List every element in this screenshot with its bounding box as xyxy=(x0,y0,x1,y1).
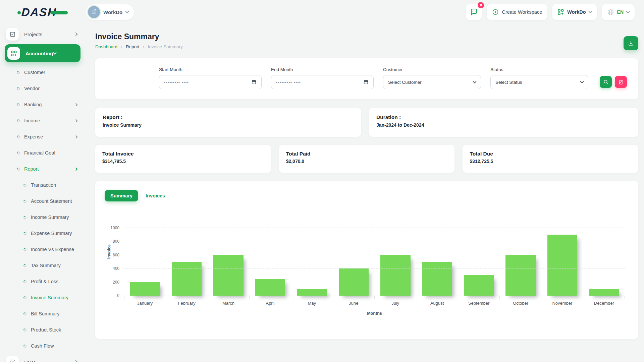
sidebar-item-tax-summary[interactable]: Tax Summary xyxy=(6,257,82,274)
bullet-icon xyxy=(16,151,20,155)
bar-september[interactable] xyxy=(464,275,494,296)
sidebar-item-banking[interactable]: Banking xyxy=(6,97,82,113)
duration-label: Duration : xyxy=(376,114,631,120)
sidebar-item-income-summary[interactable]: Income Summary xyxy=(6,209,82,225)
hrm-icon xyxy=(6,356,19,362)
sidebar-item-expense-summary[interactable]: Expense Summary xyxy=(6,225,82,241)
sidebar-item-label: Bill Summary xyxy=(31,311,59,316)
x-tick xyxy=(375,296,416,299)
page-title: Invoice Summary xyxy=(95,32,183,41)
breadcrumb-dashboard[interactable]: Dashboard xyxy=(95,44,117,49)
clear-filter-icon xyxy=(618,79,624,85)
topbar: DASH WorkDo 0 Create Workspace WorkDo EN xyxy=(0,0,644,24)
total-invoice-label: Total Invoice xyxy=(102,151,264,157)
x-label-may: May xyxy=(291,301,333,306)
bar-february[interactable] xyxy=(172,262,202,296)
sidebar-item-vendor[interactable]: Vendor xyxy=(6,80,82,97)
gridline-800 xyxy=(124,241,625,241)
x-tick xyxy=(291,296,333,299)
sidebar-item-financial-goal[interactable]: Financial Goal xyxy=(6,145,82,161)
plus-circle-icon xyxy=(492,9,499,15)
bar-march[interactable] xyxy=(213,255,244,296)
sidebar-item-label: HRM xyxy=(24,359,36,362)
sidebar-item-customer[interactable]: Customer xyxy=(6,64,82,80)
download-button[interactable] xyxy=(624,36,638,50)
gridline-200 xyxy=(124,282,625,282)
end-month-label: End Month xyxy=(271,67,374,72)
duration-value: Jan-2024 to Dec-2024 xyxy=(376,122,631,128)
bar-slot xyxy=(249,228,291,296)
sidebar-item-cash-flow[interactable]: Cash Flow xyxy=(6,338,82,354)
y-axis-title: Invoice xyxy=(107,244,111,259)
bar-january[interactable] xyxy=(130,282,160,296)
start-month-input[interactable]: --------- ---- xyxy=(159,75,262,89)
x-label-january: January xyxy=(124,301,166,306)
bar-october[interactable] xyxy=(505,255,536,296)
sidebar-item-label: Accounting xyxy=(25,51,53,56)
x-label-september: September xyxy=(458,301,499,306)
end-month-input[interactable]: --------- ---- xyxy=(271,75,374,89)
sidebar-item-label: Transaction xyxy=(31,182,56,188)
sidebar-item-label: Expense xyxy=(24,134,43,139)
bar-may[interactable] xyxy=(297,289,327,296)
sidebar-item-income-vs-expense[interactable]: Income Vs Expense xyxy=(6,241,82,257)
tab-invoices[interactable]: Invoices xyxy=(142,190,169,201)
bar-july[interactable] xyxy=(380,255,411,296)
chevron-right-icon xyxy=(74,167,78,171)
sidebar-item-expense[interactable]: Expense xyxy=(6,129,82,145)
sidebar-item-account-statement[interactable]: Account Statement xyxy=(6,193,82,209)
bar-april[interactable] xyxy=(255,279,285,296)
bullet-icon xyxy=(23,280,27,284)
bullet-icon xyxy=(23,263,27,268)
sidebar-item-invoice-summary[interactable]: Invoice Summary xyxy=(6,290,82,306)
y-tick-1000: 1000 xyxy=(110,226,119,230)
language-selector[interactable]: EN xyxy=(602,4,635,20)
sidebar-item-accounting[interactable]: Accounting xyxy=(5,44,80,62)
reset-filter-button[interactable] xyxy=(615,76,627,88)
bar-august[interactable] xyxy=(422,262,452,296)
bar-november[interactable] xyxy=(547,235,578,296)
globe-icon xyxy=(607,9,614,16)
sidebar-item-profit-loss[interactable]: Profit & Loss xyxy=(6,274,82,290)
y-tick-200: 200 xyxy=(113,280,119,285)
total-paid-value: $2,070.0 xyxy=(286,159,448,164)
bullet-icon xyxy=(16,119,20,123)
breadcrumb-report[interactable]: Report xyxy=(126,44,140,49)
status-label: Status xyxy=(490,67,588,72)
x-label-june: June xyxy=(333,301,374,306)
chevron-down-icon xyxy=(473,79,476,83)
create-workspace-button[interactable]: Create Workspace xyxy=(487,4,547,20)
x-label-october: October xyxy=(500,301,541,306)
sidebar-item-transaction[interactable]: Transaction xyxy=(6,177,82,193)
status-select[interactable]: Select Status xyxy=(490,75,588,89)
sidebar-item-bill-summary[interactable]: Bill Summary xyxy=(6,306,82,322)
chevron-right-icon xyxy=(74,32,77,36)
workspace-name: WorkDo xyxy=(103,9,122,15)
building-icon xyxy=(91,9,97,15)
search-button[interactable] xyxy=(600,76,612,88)
customer-select-value: Select Customer xyxy=(388,80,422,85)
y-tick-600: 600 xyxy=(113,253,119,257)
logo[interactable]: DASH xyxy=(0,6,86,19)
y-tick-0: 0 xyxy=(117,293,119,298)
sidebar-item-projects[interactable]: Projects xyxy=(6,26,82,42)
bullet-icon xyxy=(23,231,27,236)
bullet-icon xyxy=(16,135,20,139)
gridline-400 xyxy=(124,268,625,268)
workspace-selector[interactable]: WorkDo xyxy=(86,4,134,20)
sidebar-item-income[interactable]: Income xyxy=(6,113,82,129)
sidebar-item-hrm[interactable]: HRM xyxy=(6,354,82,362)
chevron-right-icon xyxy=(74,103,78,106)
sidebar-item-product-stock[interactable]: Product Stock xyxy=(6,322,82,338)
sidebar-item-label: Customer xyxy=(24,70,45,75)
bar-december[interactable] xyxy=(589,289,619,296)
bar-slot xyxy=(166,228,207,296)
bar-slot xyxy=(416,228,458,296)
x-label-july: July xyxy=(375,301,416,306)
tab-summary[interactable]: Summary xyxy=(105,190,138,201)
chevron-right-icon xyxy=(74,135,78,138)
messages-button[interactable]: 0 xyxy=(466,4,482,20)
workdo-menu-button[interactable]: WorkDo xyxy=(552,4,597,20)
customer-select[interactable]: Select Customer xyxy=(383,75,481,89)
sidebar-item-report[interactable]: Report xyxy=(6,161,82,177)
